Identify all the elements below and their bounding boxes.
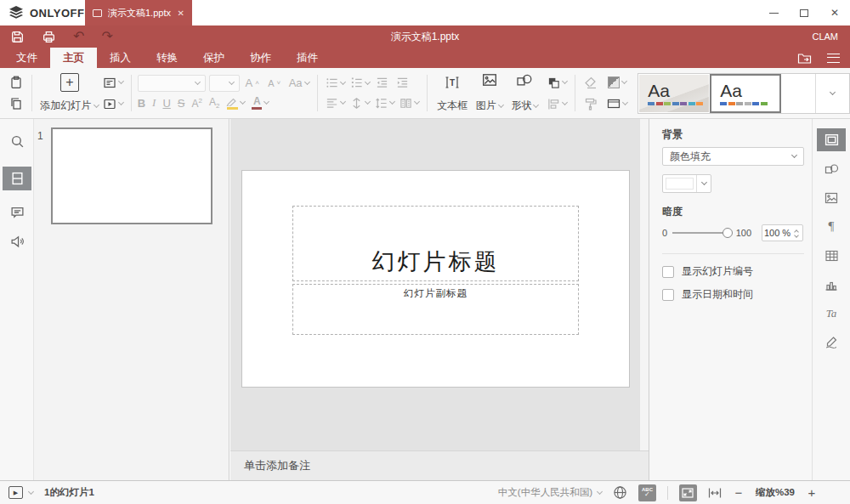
signature-settings-button[interactable]: [817, 331, 846, 354]
slide-size-button[interactable]: [605, 94, 629, 113]
chevron-down-icon: [195, 79, 201, 85]
document-language-globe-icon[interactable]: [613, 485, 627, 500]
opacity-spinbox[interactable]: 100 %: [762, 224, 803, 241]
clear-style-button[interactable]: [581, 73, 600, 92]
numbering-button[interactable]: [348, 74, 371, 93]
fit-to-width-icon[interactable]: [708, 487, 722, 499]
opacity-slider-handle[interactable]: [722, 228, 733, 238]
show-slide-number-row[interactable]: 显示幻灯片编号: [662, 264, 803, 279]
save-icon[interactable]: [10, 30, 25, 44]
theme-gallery-expand-button[interactable]: [815, 74, 849, 113]
insert-shape-group[interactable]: 形状: [507, 73, 543, 113]
statusbar: ▶ 1的幻灯片1 中文(中华人民共和国) ABC✓ − 缩放%39 +: [0, 480, 850, 504]
color-dropdown-button[interactable]: [696, 175, 711, 192]
search-button[interactable]: [3, 129, 31, 153]
background-color-picker[interactable]: [662, 174, 711, 193]
title-placeholder[interactable]: 幻灯片标题: [292, 206, 579, 281]
underline-button[interactable]: U: [162, 97, 170, 110]
insert-image-group[interactable]: 图片: [472, 73, 507, 113]
change-case-button[interactable]: Aa: [287, 74, 311, 93]
horizontal-align-button[interactable]: [324, 93, 347, 112]
vertical-scrollbar[interactable]: [639, 119, 649, 480]
paragraph-settings-button[interactable]: ¶: [817, 215, 846, 238]
font-color-button[interactable]: A: [252, 96, 262, 110]
menu-tab-protection[interactable]: 保护: [190, 48, 237, 68]
increase-indent-button[interactable]: [394, 74, 412, 93]
show-slide-number-checkbox[interactable]: [662, 266, 674, 278]
show-date-time-checkbox[interactable]: [662, 289, 674, 301]
copy-style-button[interactable]: [581, 94, 600, 113]
line-spacing-button[interactable]: [373, 93, 396, 112]
image-settings-button[interactable]: [817, 186, 846, 209]
menu-tab-collaboration[interactable]: 协作: [237, 48, 284, 68]
notes-area[interactable]: 单击添加备注: [230, 450, 649, 480]
shape-settings-button[interactable]: [817, 157, 846, 180]
language-selector[interactable]: 中文(中华人民共和国): [498, 486, 602, 499]
zoom-in-button[interactable]: +: [806, 485, 818, 500]
menu-hamburger-icon[interactable]: [827, 54, 840, 63]
increase-font-button[interactable]: A˄: [243, 74, 262, 93]
tab-close-icon[interactable]: ✕: [178, 8, 184, 18]
spellcheck-toggle[interactable]: ABC✓: [638, 484, 656, 501]
table-settings-button[interactable]: [817, 244, 846, 267]
window-minimize-button[interactable]: [758, 0, 789, 25]
arrange-shape-button[interactable]: [546, 73, 569, 92]
slide-settings-button[interactable]: [817, 128, 846, 151]
start-slideshow-button[interactable]: ▶: [8, 486, 23, 499]
superscript-button[interactable]: A2: [192, 97, 202, 110]
theme-option-1[interactable]: Aa: [639, 75, 709, 112]
menu-tab-insert[interactable]: 插入: [97, 48, 144, 68]
menu-tab-home[interactable]: 主页: [50, 48, 97, 68]
feedback-button[interactable]: [3, 229, 31, 253]
italic-button[interactable]: I: [152, 96, 156, 110]
add-slide-group[interactable]: + 添加幻灯片: [38, 73, 101, 113]
open-file-location-icon[interactable]: [797, 52, 812, 65]
redo-icon[interactable]: ↷: [101, 30, 112, 43]
window-maximize-button[interactable]: [789, 0, 819, 25]
decrease-indent-button[interactable]: [373, 74, 392, 93]
background-fill-select[interactable]: 颜色填充: [662, 147, 804, 166]
undo-icon[interactable]: ↶: [73, 30, 84, 43]
textart-settings-button[interactable]: Ta: [817, 302, 846, 325]
bullets-button[interactable]: [324, 74, 347, 93]
decrease-font-button[interactable]: A˅: [265, 74, 284, 93]
theme-option-2-selected[interactable]: Aa: [710, 74, 781, 113]
spinbox-arrows[interactable]: [792, 229, 802, 237]
subtitle-placeholder[interactable]: 幻灯片副标题: [292, 284, 579, 335]
slides-panel-button[interactable]: [3, 167, 31, 190]
add-slide-plus-icon[interactable]: +: [60, 73, 79, 92]
font-size-combo[interactable]: [209, 75, 240, 92]
subscript-button[interactable]: A2: [209, 96, 219, 110]
bold-button[interactable]: B: [138, 97, 145, 110]
show-date-time-row[interactable]: 显示日期和时间: [662, 287, 803, 302]
comments-button[interactable]: [3, 201, 31, 224]
window-close-button[interactable]: ✕: [819, 0, 850, 25]
opacity-slider[interactable]: [672, 232, 728, 234]
copy-button[interactable]: [7, 94, 26, 113]
change-layout-button[interactable]: [101, 73, 125, 92]
menu-tab-plugins[interactable]: 插件: [284, 48, 331, 68]
document-tab[interactable]: 演示文稿1.pptx ✕: [85, 0, 192, 25]
columns-button[interactable]: [398, 93, 421, 112]
shape-fill-button[interactable]: [605, 73, 629, 92]
menu-tab-transitions[interactable]: 转换: [144, 48, 190, 68]
highlight-color-button[interactable]: [226, 97, 238, 110]
notes-placeholder: 单击添加备注: [244, 458, 310, 473]
insert-textbox-group[interactable]: T 文本框: [434, 73, 472, 113]
print-icon[interactable]: [42, 30, 56, 44]
zoom-out-button[interactable]: −: [733, 485, 745, 500]
font-name-combo[interactable]: [138, 75, 206, 92]
slide-thumbnail[interactable]: [51, 127, 212, 224]
align-shape-button[interactable]: [546, 94, 569, 113]
preview-button[interactable]: [101, 94, 125, 113]
chevron-down-icon[interactable]: [28, 488, 34, 494]
spin-down-icon[interactable]: [794, 233, 799, 238]
strikeout-button[interactable]: S: [178, 97, 185, 110]
chart-settings-button[interactable]: [817, 273, 846, 296]
fit-to-slide-toggle[interactable]: [679, 484, 697, 501]
vertical-align-button[interactable]: [348, 93, 371, 112]
toolbar-separator: [427, 75, 428, 111]
slide-editing-surface[interactable]: 幻灯片标题 幻灯片副标题: [241, 170, 630, 388]
menu-tab-file[interactable]: 文件: [3, 48, 50, 68]
paste-button[interactable]: [7, 73, 26, 92]
